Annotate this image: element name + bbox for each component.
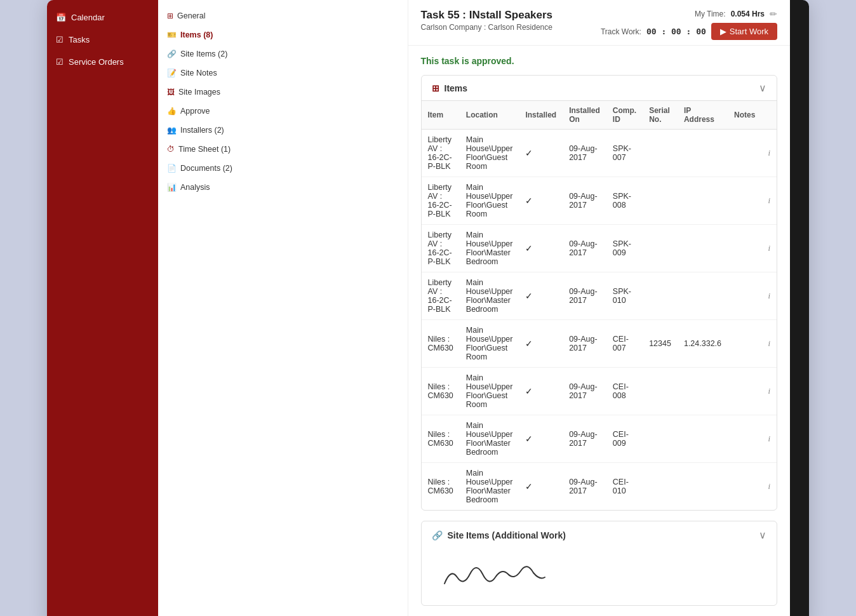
info-icon[interactable]: i <box>768 243 770 253</box>
cell-serial <box>643 225 678 272</box>
cell-info[interactable]: i <box>761 320 777 368</box>
sidebar-item-service-orders[interactable]: ☑ Service Orders <box>47 51 158 73</box>
cell-info[interactable]: i <box>761 368 777 415</box>
cell-location: Main House\Upper Floor\Master Bedroom <box>460 463 519 511</box>
cell-info[interactable]: i <box>761 177 777 225</box>
cell-installed-on: 09-Aug-2017 <box>563 177 606 225</box>
timer-display: 00 : 00 : 00 <box>646 27 706 36</box>
sidebar-item-calendar[interactable]: 📅 Calendar <box>47 6 158 29</box>
edit-icon[interactable]: ✏ <box>770 9 777 19</box>
items-section: ⊞ Items ∨ Item Location Installed Instal… <box>421 75 778 511</box>
info-icon[interactable]: i <box>768 434 770 443</box>
cell-notes <box>728 225 761 272</box>
cell-installed: ✓ <box>519 177 563 225</box>
subnav-documents[interactable]: 📄 Documents (2) <box>158 159 408 178</box>
table-row: Liberty AV : 16-2C-P-BLK Main House\Uppe… <box>422 225 777 272</box>
subnav-general[interactable]: ⊞ General <box>158 6 408 25</box>
col-comp-id: Comp. ID <box>606 101 643 130</box>
subnav-site-items[interactable]: 🔗 Site Items (2) <box>158 44 408 64</box>
cell-serial <box>643 368 678 415</box>
check-icon: ✓ <box>525 386 533 396</box>
cell-info[interactable]: i <box>761 463 777 511</box>
cell-comp-id: SPK-007 <box>606 130 643 177</box>
track-work-row: Track Work: 00 : 00 : 00 ▶ Start Work <box>601 23 777 40</box>
general-icon: ⊞ <box>167 11 173 20</box>
check-icon: ✓ <box>525 291 533 301</box>
cell-location: Main House\Upper Floor\Master Bedroom <box>460 272 519 320</box>
subnav-analysis[interactable]: 📊 Analysis <box>158 178 408 197</box>
cell-installed-on: 09-Aug-2017 <box>563 368 606 415</box>
info-icon[interactable]: i <box>768 148 770 157</box>
subnav-items[interactable]: 🎫 Items (8) <box>158 25 408 44</box>
subnav-installers[interactable]: 👥 Installers (2) <box>158 121 408 140</box>
cell-installed-on: 09-Aug-2017 <box>563 463 606 511</box>
cell-installed-on: 09-Aug-2017 <box>563 415 606 463</box>
sidebar-item-tasks[interactable]: ☑ Tasks <box>47 29 158 51</box>
table-row: Niles : CM630 Main House\Upper Floor\Gue… <box>422 320 777 368</box>
cell-installed: ✓ <box>519 320 563 368</box>
cell-serial <box>643 415 678 463</box>
site-items-chevron: ∨ <box>759 529 766 541</box>
items-section-icon: ⊞ <box>432 83 439 93</box>
cell-info[interactable]: i <box>761 272 777 320</box>
cell-ip <box>678 463 728 511</box>
subnav-timesheet[interactable]: ⏱ Time Sheet (1) <box>158 140 408 159</box>
header-right: My Time: 0.054 Hrs ✏ Track Work: 00 : 00… <box>601 9 777 40</box>
cell-serial <box>643 272 678 320</box>
cell-item: Niles : CM630 <box>422 463 460 511</box>
site-items-section: 🔗 Site Items (Additional Work) ∨ <box>421 521 778 606</box>
subnav-site-images[interactable]: 🖼 Site Images <box>158 83 408 102</box>
documents-icon: 📄 <box>167 164 177 173</box>
approved-banner: This task is approved. <box>421 56 778 66</box>
task-subtitle: Carlson Company : Carlson Residence <box>421 23 553 32</box>
sub-navigation: ⊞ General 🎫 Items (8) 🔗 Site Items (2) 📝… <box>158 0 408 616</box>
task-title: Task 55 : INstall Speakers <box>421 9 553 22</box>
info-icon[interactable]: i <box>768 481 770 491</box>
play-icon: ▶ <box>720 27 726 36</box>
info-icon[interactable]: i <box>768 338 770 348</box>
cell-notes <box>728 368 761 415</box>
cell-serial <box>643 130 678 177</box>
cell-item: Liberty AV : 16-2C-P-BLK <box>422 177 460 225</box>
cell-ip <box>678 130 728 177</box>
info-icon[interactable]: i <box>768 196 770 205</box>
start-work-button[interactable]: ▶ Start Work <box>711 23 777 40</box>
cell-installed: ✓ <box>519 130 563 177</box>
info-icon[interactable]: i <box>768 291 770 300</box>
site-items-icon: 🔗 <box>167 50 177 58</box>
items-section-header[interactable]: ⊞ Items ∨ <box>422 76 777 101</box>
cell-location: Main House\Upper Floor\Master Bedroom <box>460 415 519 463</box>
sidebar-item-label: Service Orders <box>69 57 124 67</box>
cell-info[interactable]: i <box>761 130 777 177</box>
subnav-approve[interactable]: 👍 Approve <box>158 102 408 121</box>
items-section-header-left: ⊞ Items <box>432 83 468 93</box>
cell-ip <box>678 272 728 320</box>
start-work-label: Start Work <box>730 27 768 36</box>
col-notes: Notes <box>728 101 761 130</box>
info-icon[interactable]: i <box>768 386 770 396</box>
col-actions <box>761 101 777 130</box>
cell-installed: ✓ <box>519 225 563 272</box>
subnav-site-notes[interactable]: 📝 Site Notes <box>158 64 408 83</box>
cell-installed-on: 09-Aug-2017 <box>563 272 606 320</box>
calendar-icon: 📅 <box>56 13 66 22</box>
cell-ip <box>678 177 728 225</box>
cell-serial: 12345 <box>643 320 678 368</box>
cell-installed: ✓ <box>519 368 563 415</box>
header: Task 55 : INstall Speakers Carlson Compa… <box>408 0 791 46</box>
signature <box>432 555 559 593</box>
check-icon: ✓ <box>525 148 533 158</box>
analysis-icon: 📊 <box>167 183 177 192</box>
items-section-title: Items <box>445 83 468 93</box>
table-row: Liberty AV : 16-2C-P-BLK Main House\Uppe… <box>422 272 777 320</box>
sidebar-item-label: Calendar <box>71 13 105 22</box>
installers-icon: 👥 <box>167 126 177 135</box>
check-icon: ✓ <box>525 196 533 206</box>
subnav-analysis-label: Analysis <box>180 183 210 192</box>
subnav-site-images-label: Site Images <box>178 88 220 97</box>
site-items-header[interactable]: 🔗 Site Items (Additional Work) ∨ <box>422 521 777 549</box>
table-row: Niles : CM630 Main House\Upper Floor\Mas… <box>422 415 777 463</box>
cell-info[interactable]: i <box>761 415 777 463</box>
site-notes-icon: 📝 <box>167 69 177 77</box>
cell-info[interactable]: i <box>761 225 777 272</box>
